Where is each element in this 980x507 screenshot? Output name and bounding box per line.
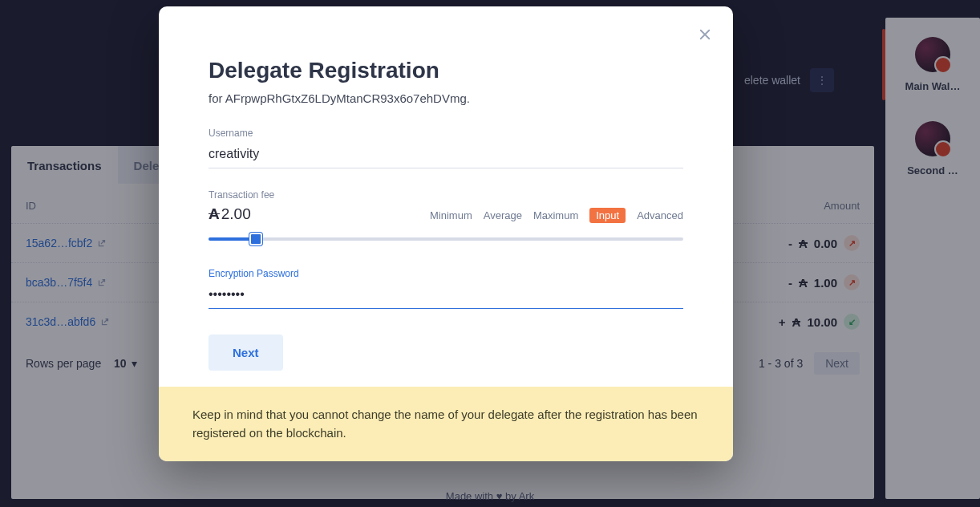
fee-advanced-button[interactable]: Advanced (637, 209, 683, 221)
password-field-group: Encryption Password (209, 268, 683, 309)
fee-value: 2.00 (209, 205, 251, 223)
fee-field-group: Transaction fee 2.00 Minimum Average Max… (209, 189, 683, 247)
fee-minimum-button[interactable]: Minimum (430, 209, 472, 221)
modal-subtitle: for AFrpwpRhGtxZ6LDyMtanCR93x6o7ehDVmg. (209, 91, 683, 105)
fee-input-button[interactable]: Input (589, 208, 626, 223)
delegate-registration-modal: Delegate Registration for AFrpwpRhGtxZ6L… (159, 6, 733, 461)
modal-title: Delegate Registration (209, 58, 683, 83)
fee-amount: 2.00 (221, 205, 251, 223)
slider-thumb-icon[interactable] (249, 233, 262, 245)
username-label: Username (209, 128, 683, 139)
next-button[interactable]: Next (209, 335, 283, 371)
slider-track (209, 237, 683, 241)
password-label: Encryption Password (209, 268, 683, 279)
fee-preset-options: Minimum Average Maximum Input Advanced (430, 208, 683, 223)
username-field-group: Username (209, 128, 683, 168)
fee-average-button[interactable]: Average (484, 209, 522, 221)
fee-maximum-button[interactable]: Maximum (533, 209, 578, 221)
fee-slider[interactable] (209, 231, 683, 247)
username-input[interactable] (209, 144, 683, 168)
fee-label: Transaction fee (209, 189, 683, 201)
password-input[interactable] (209, 284, 683, 309)
ark-symbol-icon (209, 205, 220, 223)
warning-banner: Keep in mind that you cannot change the … (159, 387, 733, 461)
close-button[interactable] (698, 27, 712, 42)
